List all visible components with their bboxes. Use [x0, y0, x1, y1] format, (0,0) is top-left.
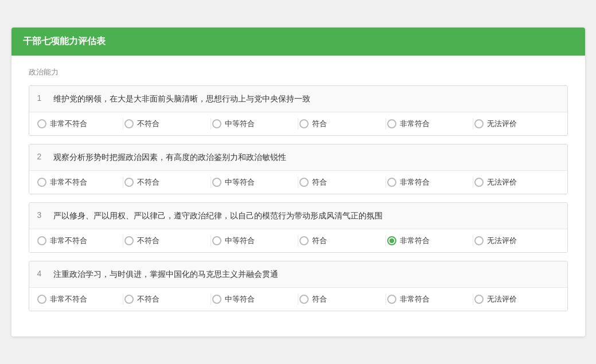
option-label-1-4: 符合 [312, 119, 327, 129]
option-label-1-6: 无法评价 [487, 119, 517, 129]
app-header: 干部七项能力评估表 [11, 28, 585, 56]
option-label-1-3: 中等符合 [225, 119, 255, 129]
radio-3-4[interactable] [299, 236, 309, 245]
option-item-4-2[interactable]: 不符合 [124, 294, 209, 304]
option-item-1-4[interactable]: 符合 [299, 119, 384, 129]
option-item-2-5[interactable]: 非常符合 [387, 177, 472, 187]
radio-4-4[interactable] [299, 295, 309, 304]
option-item-4-1[interactable]: 非常不符合 [37, 294, 122, 304]
option-label-4-3: 中等符合 [225, 294, 255, 304]
radio-4-1[interactable] [37, 295, 46, 304]
radio-2-5[interactable] [387, 178, 396, 187]
section-label: 政治能力 [29, 67, 568, 77]
radio-3-1[interactable] [37, 236, 46, 245]
option-item-4-6[interactable]: 无法评价 [474, 294, 559, 304]
radio-4-3[interactable] [212, 295, 221, 304]
question-block-4: 4注重政治学习，与时俱进，掌握中国化的马克思主义并融会贯通非常不符合不符合中等符… [29, 261, 568, 311]
option-item-3-4[interactable]: 符合 [299, 236, 384, 246]
radio-3-3[interactable] [212, 236, 221, 245]
option-item-3-3[interactable]: 中等符合 [212, 236, 297, 246]
question-text-2: 观察分析形势时把握政治因素，有高度的政治鉴别力和政治敏锐性 [53, 151, 286, 163]
question-number-1: 1 [37, 93, 46, 103]
option-divider [473, 293, 473, 305]
radio-1-5[interactable] [387, 119, 396, 128]
option-label-4-1: 非常不符合 [50, 294, 87, 304]
option-label-3-5: 非常符合 [400, 236, 430, 246]
option-label-1-1: 非常不符合 [50, 119, 87, 129]
option-item-3-6[interactable]: 无法评价 [474, 236, 559, 246]
radio-3-5[interactable] [387, 236, 396, 245]
option-item-2-6[interactable]: 无法评价 [474, 177, 559, 187]
option-divider [123, 235, 123, 246]
option-label-1-2: 不符合 [137, 119, 159, 129]
option-label-4-5: 非常符合 [400, 294, 430, 304]
option-divider [211, 235, 211, 246]
option-label-2-6: 无法评价 [487, 177, 517, 187]
option-label-1-5: 非常符合 [400, 119, 430, 129]
option-item-2-3[interactable]: 中等符合 [212, 177, 297, 187]
radio-3-2[interactable] [124, 236, 134, 245]
option-label-2-1: 非常不符合 [50, 177, 87, 187]
option-item-1-5[interactable]: 非常符合 [387, 119, 472, 129]
option-item-1-2[interactable]: 不符合 [124, 119, 209, 129]
radio-4-5[interactable] [387, 295, 396, 304]
option-item-3-5[interactable]: 非常符合 [387, 236, 472, 246]
option-divider [385, 118, 386, 130]
question-header-4: 4注重政治学习，与时俱进，掌握中国化的马克思主义并融会贯通 [29, 261, 567, 288]
question-header-1: 1维护党的纲领，在大是大非面前头脑清晰，思想行动上与党中央保持一致 [29, 86, 567, 112]
option-label-3-3: 中等符合 [225, 236, 255, 246]
app-body: 政治能力 1维护党的纲领，在大是大非面前头脑清晰，思想行动上与党中央保持一致非常… [11, 56, 585, 336]
option-divider [123, 293, 123, 305]
option-divider [211, 293, 211, 305]
radio-2-2[interactable] [124, 178, 134, 187]
question-block-3: 3严以修身、严以用权、严以律己，遵守政治纪律，以自己的模范行为带动形成风清气正的… [29, 202, 568, 253]
question-number-4: 4 [37, 268, 46, 278]
radio-2-1[interactable] [37, 178, 46, 187]
radio-4-2[interactable] [124, 295, 134, 304]
option-divider [473, 118, 473, 130]
question-text-3: 严以修身、严以用权、严以律己，遵守政治纪律，以自己的模范行为带动形成风清气正的氛… [53, 210, 383, 222]
questions-container: 1维护党的纲领，在大是大非面前头脑清晰，思想行动上与党中央保持一致非常不符合不符… [29, 85, 568, 311]
option-label-3-6: 无法评价 [487, 236, 517, 246]
option-divider [211, 118, 211, 130]
option-divider [123, 177, 123, 188]
radio-1-6[interactable] [474, 119, 484, 128]
question-options-1: 非常不符合不符合中等符合符合非常符合无法评价 [29, 112, 567, 135]
option-item-3-1[interactable]: 非常不符合 [37, 236, 122, 246]
radio-1-4[interactable] [299, 119, 309, 128]
option-divider [298, 293, 298, 305]
option-divider [211, 177, 211, 188]
question-text-1: 维护党的纲领，在大是大非面前头脑清晰，思想行动上与党中央保持一致 [53, 93, 310, 105]
radio-2-3[interactable] [212, 178, 221, 187]
option-label-3-2: 不符合 [137, 236, 159, 246]
option-divider [473, 235, 473, 246]
option-label-4-6: 无法评价 [487, 294, 517, 304]
option-item-4-4[interactable]: 符合 [299, 294, 384, 304]
option-item-1-6[interactable]: 无法评价 [474, 119, 559, 129]
radio-3-6[interactable] [474, 236, 484, 245]
option-item-2-2[interactable]: 不符合 [124, 177, 209, 187]
radio-2-4[interactable] [299, 178, 309, 187]
option-divider [298, 177, 298, 188]
app-title: 干部七项能力评估表 [23, 36, 106, 46]
radio-1-1[interactable] [37, 119, 46, 128]
option-item-3-2[interactable]: 不符合 [124, 236, 209, 246]
option-item-2-1[interactable]: 非常不符合 [37, 177, 122, 187]
question-options-2: 非常不符合不符合中等符合符合非常符合无法评价 [29, 171, 567, 194]
option-item-4-3[interactable]: 中等符合 [212, 294, 297, 304]
question-options-3: 非常不符合不符合中等符合符合非常符合无法评价 [29, 229, 567, 252]
option-item-1-1[interactable]: 非常不符合 [37, 119, 122, 129]
radio-1-2[interactable] [124, 119, 134, 128]
option-divider [473, 177, 473, 188]
question-header-3: 3严以修身、严以用权、严以律己，遵守政治纪律，以自己的模范行为带动形成风清气正的… [29, 203, 567, 229]
radio-1-3[interactable] [212, 119, 221, 128]
option-divider [385, 293, 386, 305]
option-item-4-5[interactable]: 非常符合 [387, 294, 472, 304]
option-item-1-3[interactable]: 中等符合 [212, 119, 297, 129]
option-label-2-3: 中等符合 [225, 177, 255, 187]
radio-2-6[interactable] [474, 178, 484, 187]
radio-4-6[interactable] [474, 295, 484, 304]
option-divider [385, 235, 386, 246]
option-divider [298, 235, 298, 246]
option-item-2-4[interactable]: 符合 [299, 177, 384, 187]
